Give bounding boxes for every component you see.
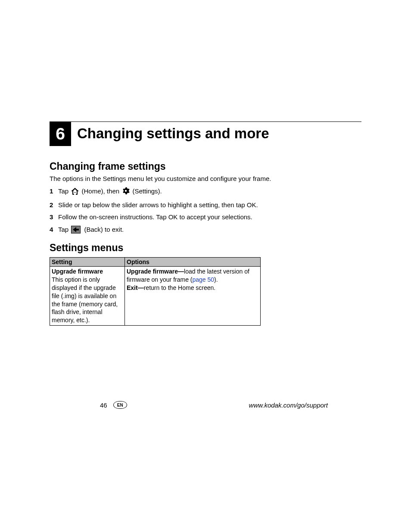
language-badge: EN (113, 401, 127, 409)
chapter-title: Changing settings and more (71, 122, 269, 146)
option-upgrade-label: Upgrade firmware— (127, 268, 184, 275)
step-1: Tap (Home), then (Settings). (50, 187, 361, 198)
cell-options: Upgrade firmware—load the latest version… (125, 267, 261, 326)
step-1-text-a: Tap (58, 187, 70, 195)
step-4: Tap (Back) to exit. (50, 225, 361, 235)
table-header-row: Setting Options (50, 258, 261, 267)
chapter-heading: 6 Changing settings and more (50, 121, 361, 146)
option-exit-label: Exit— (127, 284, 144, 291)
step-1-text-b: (Home), then (82, 187, 121, 195)
page-link[interactable]: page 50 (192, 276, 214, 283)
home-icon (71, 188, 79, 198)
setting-name: Upgrade firmware (52, 268, 103, 275)
setting-description: This option is only displayed if the upg… (52, 276, 118, 324)
option-upgrade-after: ). (214, 276, 218, 283)
page-number: 46 (100, 401, 107, 409)
steps-list: Tap (Home), then (Settings). Slide or ta… (50, 187, 361, 234)
section-heading-frame-settings: Changing frame settings (50, 161, 361, 172)
table-row: Upgrade firmware This option is only dis… (50, 267, 261, 326)
svg-point-2 (125, 190, 127, 192)
page-footer: 46 EN www.kodak.com/go/support (0, 401, 411, 409)
settings-table: Setting Options Upgrade firmware This op… (50, 257, 261, 326)
section-heading-settings-menus: Settings menus (50, 242, 361, 254)
step-2: Slide or tap below the slider arrows to … (50, 200, 361, 210)
step-4-text-b: (Back) to exit. (84, 226, 124, 233)
section-intro: The options in the Settings menu let you… (50, 175, 361, 182)
step-3: Follow the on-screen instructions. Tap O… (50, 212, 361, 222)
back-icon (71, 226, 81, 233)
option-exit-text: return to the Home screen. (144, 284, 216, 291)
chapter-number-box: 6 (50, 122, 71, 146)
gear-icon (122, 187, 130, 198)
support-url[interactable]: www.kodak.com/go/support (249, 401, 328, 409)
table-header-options: Options (125, 258, 261, 267)
chapter-number: 6 (56, 124, 65, 143)
manual-page: 6 Changing settings and more Changing fr… (0, 0, 411, 532)
cell-setting: Upgrade firmware This option is only dis… (50, 267, 125, 326)
step-1-text-c: (Settings). (132, 187, 162, 195)
step-4-text-a: Tap (58, 226, 70, 233)
table-header-setting: Setting (50, 258, 125, 267)
